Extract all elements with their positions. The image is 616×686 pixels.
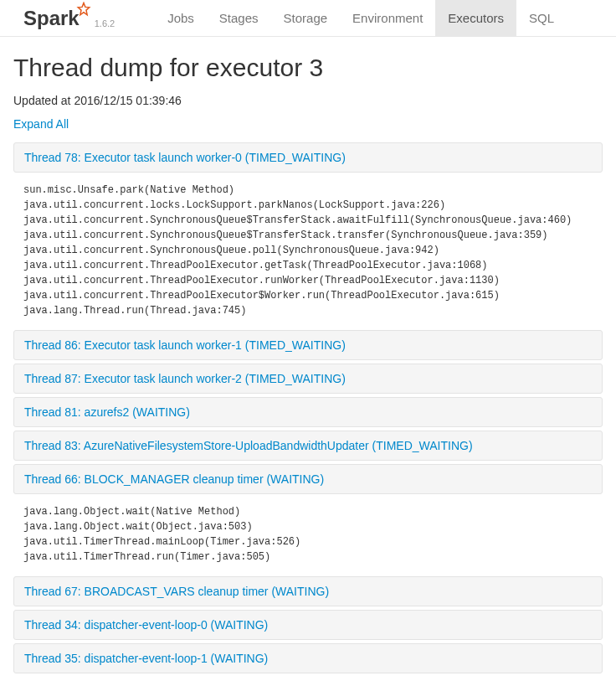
nav-tab-storage[interactable]: Storage	[271, 0, 341, 36]
nav-tab-stages[interactable]: Stages	[207, 0, 271, 36]
thread-header[interactable]: Thread 67: BROADCAST_VARS cleanup timer …	[13, 576, 603, 606]
page-title: Thread dump for executor 3	[13, 54, 603, 82]
updated-text: Updated at 2016/12/15 01:39:46	[13, 94, 603, 107]
thread-header[interactable]: Thread 34: dispatcher-event-loop-0 (WAIT…	[13, 610, 603, 640]
nav-tab-executors[interactable]: Executors	[435, 0, 516, 36]
spark-logo[interactable]: Spark 1.6.2	[23, 7, 115, 30]
logo-text: Spark	[23, 7, 80, 30]
thread-header[interactable]: Thread 87: Executor task launch worker-2…	[13, 364, 603, 394]
nav-tab-sql[interactable]: SQL	[516, 0, 567, 36]
thread-list: Thread 78: Executor task launch worker-0…	[13, 142, 603, 673]
navbar: Spark 1.6.2 JobsStagesStorageEnvironment…	[0, 0, 616, 37]
thread-header[interactable]: Thread 78: Executor task launch worker-0…	[13, 142, 603, 173]
star-icon	[76, 0, 91, 22]
logo-version: 1.6.2	[95, 18, 115, 28]
thread-header[interactable]: Thread 66: BLOCK_MANAGER cleanup timer (…	[13, 464, 603, 494]
thread-stacktrace: sun.misc.Unsafe.park(Native Method) java…	[13, 176, 603, 330]
thread-header[interactable]: Thread 81: azurefs2 (WAITING)	[13, 397, 603, 427]
thread-header[interactable]: Thread 86: Executor task launch worker-1…	[13, 330, 603, 360]
nav-tab-environment[interactable]: Environment	[340, 0, 435, 36]
thread-stacktrace: java.lang.Object.wait(Native Method) jav…	[13, 498, 603, 576]
nav-tabs: JobsStagesStorageEnvironmentExecutorsSQL	[155, 0, 567, 36]
expand-all-link[interactable]: Expand All	[13, 117, 69, 131]
thread-header[interactable]: Thread 83: AzureNativeFilesystemStore-Up…	[13, 431, 603, 461]
thread-header[interactable]: Thread 35: dispatcher-event-loop-1 (WAIT…	[13, 643, 603, 673]
nav-tab-jobs[interactable]: Jobs	[155, 0, 207, 36]
content: Thread dump for executor 3 Updated at 20…	[0, 37, 616, 673]
